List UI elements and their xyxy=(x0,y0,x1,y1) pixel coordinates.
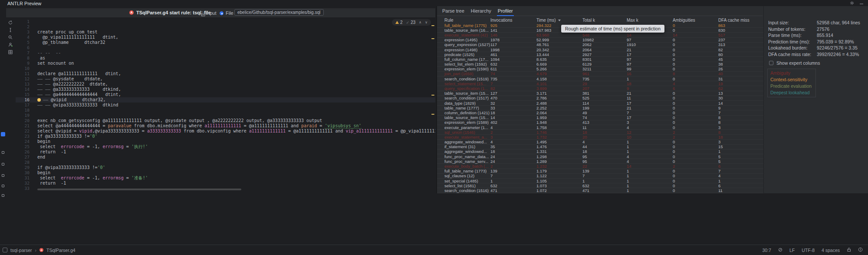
table-row[interactable]: sql_clauses (12)71.1227104 xyxy=(437,174,763,179)
hide-tool-window-icon[interactable] xyxy=(859,1,864,5)
table-row[interactable]: table_source_item (15...141.959741708 xyxy=(437,116,763,120)
col-rule[interactable]: Rule xyxy=(444,17,490,23)
code-text[interactable]: —— —— @vipa333333333333 dtkind xyxy=(37,103,118,108)
profiler-icon[interactable] xyxy=(7,41,14,48)
profiler-table[interactable]: full_table_name (1775)925294.3220863tabl… xyxy=(437,23,763,193)
code-text[interactable]: —— @vipid dtchar32, xyxy=(37,97,106,103)
tool-stripe-icon[interactable] xyxy=(1,150,5,155)
error-stripe-mark[interactable] xyxy=(431,38,434,39)
project-icon[interactable] xyxy=(3,248,7,252)
table-row[interactable]: select_statement (15...74.1012918419 xyxy=(437,81,763,86)
table-row[interactable]: query_specification (1...823.8992079662 xyxy=(437,86,763,91)
code-text[interactable]: begin xyxy=(37,139,50,144)
refresh-icon[interactable] xyxy=(7,19,14,26)
indent-setting[interactable]: 4 spaces xyxy=(822,248,840,253)
gear-icon[interactable] xyxy=(850,1,854,5)
table-row[interactable]: column_definition (1421)182.06449707 xyxy=(437,110,763,115)
tool-stripe-icon[interactable] xyxy=(1,173,5,178)
code-text[interactable]: —— —— @a333333333333 dtkind, xyxy=(37,87,121,92)
code-text[interactable]: return -1 xyxy=(37,181,66,186)
code-text[interactable]: @p_tblname dtchar32 xyxy=(37,40,105,45)
warnings-count[interactable]: 2 xyxy=(395,20,403,25)
grid-icon[interactable] xyxy=(7,49,14,56)
code-text[interactable]: select errorcode = -1, errormsg = '执行!' xyxy=(37,144,148,149)
code-text[interactable]: declare @a1111111111111 dtint, xyxy=(37,71,121,76)
prev-issue-icon[interactable]: ∧ xyxy=(419,21,421,24)
code-text[interactable]: -- -- -- xyxy=(37,50,61,56)
col-max-k[interactable]: Max k xyxy=(627,17,673,23)
error-stripe-mark[interactable] xyxy=(431,95,434,96)
table-row[interactable]: query_expression (1527)11748.76120621910… xyxy=(437,43,763,47)
table-row[interactable]: full_table_name (1773)1391.179139107 xyxy=(437,169,763,174)
checkbox-icon[interactable] xyxy=(769,61,773,65)
horizontal-scrollbar[interactable] xyxy=(37,189,428,190)
col-total-k[interactable]: Total k xyxy=(582,17,627,23)
table-row[interactable]: search_condition (1516)4711.0724711011 xyxy=(437,188,763,193)
table-row[interactable]: if_statement (31)351.476441015 xyxy=(437,145,763,149)
code-text[interactable]: set nocount on xyxy=(37,61,74,66)
table-row[interactable]: expression (1495)197852.99910982970237 xyxy=(437,38,763,43)
col-invocations[interactable]: Invocations xyxy=(490,17,536,23)
code-text[interactable]: @p_vipa1111111111111 dtint, xyxy=(37,35,118,40)
col-time[interactable]: Time (ms) xyxy=(536,17,582,23)
inspections-widget[interactable]: 2 ✓ 23 ∧ ∨ xyxy=(392,19,431,26)
code-text[interactable]: exec nb_com_getsysconfig @a1111111111111… xyxy=(37,118,322,123)
table-row[interactable]: join_part (1659)744.67996116840 xyxy=(437,72,763,76)
file-radio[interactable]: File xyxy=(220,10,233,16)
tab-profiler[interactable]: Profiler xyxy=(498,6,513,16)
table-row[interactable]: full_column_name (17...10948.63583019704… xyxy=(437,57,763,62)
code-text[interactable]: return -1 xyxy=(37,149,66,155)
next-issue-icon[interactable]: ∨ xyxy=(425,21,427,24)
table-row[interactable]: search_condition (1517)4702.78652511030 xyxy=(437,96,763,101)
table-row[interactable]: table_source_item (15...1273.17138121013 xyxy=(437,91,763,96)
search-icon[interactable] xyxy=(7,34,14,41)
highlighting-level-icon[interactable] xyxy=(778,248,783,253)
text-cursor-icon[interactable] xyxy=(7,26,14,33)
table-row[interactable]: expression_elem (1590)6115.266321199026 xyxy=(437,67,763,72)
code-text[interactable]: as xyxy=(37,56,45,61)
table-row[interactable]: table_name (1777)332.2521992109 xyxy=(437,106,763,110)
code-text[interactable]: select @a444444444444444 = paravalue fro… xyxy=(37,123,362,129)
col-ambiguities[interactable]: Ambiguities xyxy=(673,17,718,23)
table-row[interactable]: select_list_elem (1592)6326.669612997038 xyxy=(437,62,763,67)
antlr-preview-stripe-icon[interactable] xyxy=(1,132,5,136)
code-text[interactable]: create proc up_com_test xyxy=(37,30,97,35)
table-row[interactable]: data_type (1829)322.48811417014 xyxy=(437,101,763,106)
table-row[interactable]: set_special (1485)11.1051101 xyxy=(437,179,763,183)
lock-icon[interactable] xyxy=(847,247,851,253)
scrollbar-thumb[interactable] xyxy=(37,189,241,190)
error-stripe-mark[interactable] xyxy=(431,25,434,26)
table-row[interactable]: func_proc_name_serv...241.28995405 xyxy=(437,159,763,164)
tab-parse-tree[interactable]: Parse tree xyxy=(442,6,464,16)
show-expert-columns-checkbox[interactable]: Show expert columns xyxy=(769,60,820,66)
table-row[interactable]: execute_statement_a...31.7322010218 xyxy=(437,135,763,139)
code-text[interactable]: —— —— @a444444444444444 dtint, xyxy=(37,92,121,97)
table-row[interactable]: sql_union (1546)21.746181228 xyxy=(437,130,763,135)
tool-stripe-icon[interactable] xyxy=(1,184,5,188)
code-editor[interactable]: 123create proc up_com_test4 @p_vipa11111… xyxy=(16,17,435,196)
line-ending[interactable]: LF xyxy=(789,248,795,253)
file-name[interactable]: TSqlParser.g4 xyxy=(46,248,76,253)
code-text[interactable]: begin xyxy=(37,170,50,176)
project-name[interactable]: tsql-parser xyxy=(10,248,32,253)
table-row[interactable]: execute_parameter (1...41.75811403 xyxy=(437,125,763,130)
code-text[interactable]: if @vipa333333333333 !='0' xyxy=(37,165,105,170)
table-row[interactable]: predicate (1525)46113.444292717080 xyxy=(437,52,763,57)
code-text[interactable]: —— —— @a2222222222 dtdate, xyxy=(37,82,108,87)
caret-position[interactable]: 30:7 xyxy=(763,248,771,253)
error-stripe-mark[interactable] xyxy=(431,114,434,115)
table-row[interactable]: func_proc_name_data...241.29895405 xyxy=(437,154,763,159)
table-row[interactable]: aggregate_windowed...181.33118101 xyxy=(437,149,763,154)
table-row[interactable]: select_list (1581)6321.073632106 xyxy=(437,183,763,188)
tab-hierarchy[interactable]: Hierarchy xyxy=(471,6,491,16)
notifications-icon[interactable] xyxy=(858,247,863,253)
code-text[interactable]: select errorcode = -1, errormsg = '准备!' xyxy=(37,176,148,181)
radio-circle-selected-icon[interactable] xyxy=(220,11,224,15)
intention-bulb-icon[interactable] xyxy=(37,98,41,102)
table-row[interactable]: expression_elem (1589)4021.948413308 xyxy=(437,120,763,125)
code-text[interactable]: end xyxy=(37,155,45,160)
encoding[interactable]: UTF-8 xyxy=(802,248,815,253)
table-row[interactable]: search_condition (1519)7354.1587351031 xyxy=(437,76,763,81)
table-row[interactable]: execute_body_batch (...21.232221426 xyxy=(437,164,763,169)
code-text[interactable]: select @vipid = vipid,@vipa333333333333 … xyxy=(37,129,435,134)
